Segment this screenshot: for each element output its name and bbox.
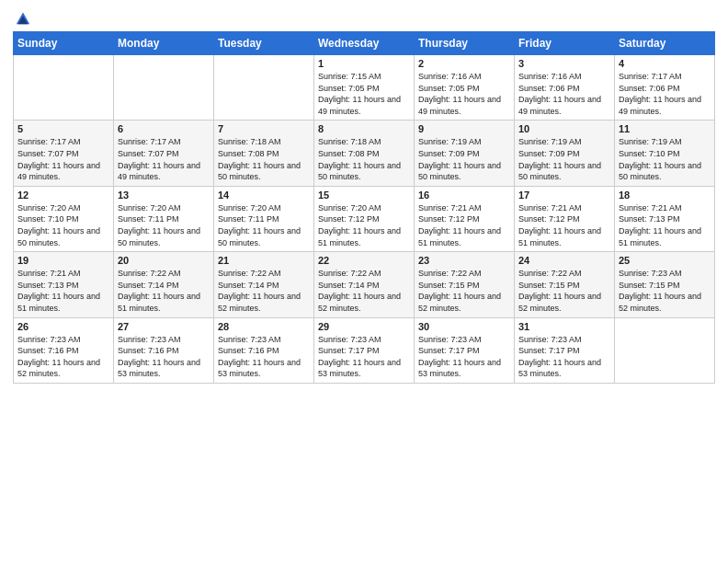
day-info: Sunrise: 7:15 AMSunset: 7:05 PMDaylight:… [318,71,410,117]
day-number: 2 [418,58,510,69]
day-info: Sunrise: 7:22 AMSunset: 7:14 PMDaylight:… [218,268,310,314]
header [13,9,715,26]
day-cell: 7Sunrise: 7:18 AMSunset: 7:08 PMDaylight… [214,121,314,186]
day-info: Sunrise: 7:20 AMSunset: 7:10 PMDaylight:… [17,202,109,248]
day-number: 9 [418,123,510,134]
day-info: Sunrise: 7:22 AMSunset: 7:14 PMDaylight:… [118,268,210,314]
day-info: Sunrise: 7:16 AMSunset: 7:05 PMDaylight:… [418,71,510,117]
day-number: 8 [318,123,410,134]
day-number: 29 [318,321,410,332]
logo-icon [15,9,31,26]
day-cell: 21Sunrise: 7:22 AMSunset: 7:14 PMDayligh… [214,252,314,317]
day-cell: 19Sunrise: 7:21 AMSunset: 7:13 PMDayligh… [14,252,114,317]
day-number: 26 [17,321,109,332]
day-info: Sunrise: 7:17 AMSunset: 7:07 PMDaylight:… [17,136,109,182]
day-info: Sunrise: 7:21 AMSunset: 7:13 PMDaylight:… [619,202,711,248]
day-cell: 10Sunrise: 7:19 AMSunset: 7:09 PMDayligh… [515,121,615,186]
day-cell: 1Sunrise: 7:15 AMSunset: 7:05 PMDaylight… [314,55,415,121]
day-number: 18 [619,190,711,201]
day-cell: 13Sunrise: 7:20 AMSunset: 7:11 PMDayligh… [114,186,214,251]
day-number: 13 [118,190,210,201]
calendar-header-friday: Friday [515,32,615,55]
calendar-header-saturday: Saturday [615,32,715,55]
day-info: Sunrise: 7:23 AMSunset: 7:17 PMDaylight:… [418,334,510,380]
page: SundayMondayTuesdayWednesdayThursdayFrid… [0,0,728,563]
day-number: 22 [318,255,410,266]
day-info: Sunrise: 7:21 AMSunset: 7:12 PMDaylight:… [418,202,510,248]
day-cell: 12Sunrise: 7:20 AMSunset: 7:10 PMDayligh… [14,186,114,251]
day-number: 5 [17,123,109,134]
day-number: 20 [118,255,210,266]
day-number: 7 [218,123,310,134]
day-number: 23 [418,255,510,266]
day-info: Sunrise: 7:20 AMSunset: 7:11 PMDaylight:… [118,202,210,248]
day-info: Sunrise: 7:21 AMSunset: 7:12 PMDaylight:… [518,202,610,248]
day-cell: 28Sunrise: 7:23 AMSunset: 7:16 PMDayligh… [214,317,314,383]
day-info: Sunrise: 7:23 AMSunset: 7:16 PMDaylight:… [17,334,109,380]
day-number: 4 [619,58,711,69]
day-info: Sunrise: 7:19 AMSunset: 7:10 PMDaylight:… [619,136,711,182]
day-info: Sunrise: 7:19 AMSunset: 7:09 PMDaylight:… [418,136,510,182]
calendar: SundayMondayTuesdayWednesdayThursdayFrid… [13,31,715,384]
calendar-header-tuesday: Tuesday [214,32,314,55]
day-info: Sunrise: 7:23 AMSunset: 7:16 PMDaylight:… [218,334,310,380]
day-info: Sunrise: 7:20 AMSunset: 7:11 PMDaylight:… [218,202,310,248]
day-number: 17 [518,190,610,201]
day-cell: 11Sunrise: 7:19 AMSunset: 7:10 PMDayligh… [615,121,715,186]
day-cell: 5Sunrise: 7:17 AMSunset: 7:07 PMDaylight… [14,121,114,186]
day-cell: 24Sunrise: 7:22 AMSunset: 7:15 PMDayligh… [515,252,615,317]
day-number: 12 [17,190,109,201]
day-cell [14,55,114,121]
day-number: 16 [418,190,510,201]
day-cell: 25Sunrise: 7:23 AMSunset: 7:15 PMDayligh… [615,252,715,317]
calendar-header-wednesday: Wednesday [314,32,415,55]
day-info: Sunrise: 7:23 AMSunset: 7:17 PMDaylight:… [518,334,610,380]
day-number: 1 [318,58,410,69]
day-info: Sunrise: 7:16 AMSunset: 7:06 PMDaylight:… [518,71,610,117]
day-info: Sunrise: 7:22 AMSunset: 7:15 PMDaylight:… [518,268,610,314]
day-cell: 27Sunrise: 7:23 AMSunset: 7:16 PMDayligh… [114,317,214,383]
day-cell: 3Sunrise: 7:16 AMSunset: 7:06 PMDaylight… [515,55,615,121]
day-info: Sunrise: 7:17 AMSunset: 7:06 PMDaylight:… [619,71,711,117]
week-row-3: 12Sunrise: 7:20 AMSunset: 7:10 PMDayligh… [14,186,715,251]
day-number: 10 [518,123,610,134]
calendar-header-monday: Monday [114,32,214,55]
day-number: 21 [218,255,310,266]
calendar-header-row: SundayMondayTuesdayWednesdayThursdayFrid… [14,32,715,55]
day-info: Sunrise: 7:22 AMSunset: 7:15 PMDaylight:… [418,268,510,314]
day-cell: 18Sunrise: 7:21 AMSunset: 7:13 PMDayligh… [615,186,715,251]
day-number: 15 [318,190,410,201]
day-cell: 22Sunrise: 7:22 AMSunset: 7:14 PMDayligh… [314,252,415,317]
week-row-4: 19Sunrise: 7:21 AMSunset: 7:13 PMDayligh… [14,252,715,317]
day-info: Sunrise: 7:20 AMSunset: 7:12 PMDaylight:… [318,202,410,248]
day-cell: 23Sunrise: 7:22 AMSunset: 7:15 PMDayligh… [415,252,515,317]
day-cell: 2Sunrise: 7:16 AMSunset: 7:05 PMDaylight… [415,55,515,121]
day-info: Sunrise: 7:18 AMSunset: 7:08 PMDaylight:… [218,136,310,182]
day-info: Sunrise: 7:21 AMSunset: 7:13 PMDaylight:… [17,268,109,314]
week-row-5: 26Sunrise: 7:23 AMSunset: 7:16 PMDayligh… [14,317,715,383]
day-number: 24 [518,255,610,266]
day-cell: 17Sunrise: 7:21 AMSunset: 7:12 PMDayligh… [515,186,615,251]
day-cell: 30Sunrise: 7:23 AMSunset: 7:17 PMDayligh… [415,317,515,383]
day-info: Sunrise: 7:18 AMSunset: 7:08 PMDaylight:… [318,136,410,182]
day-number: 31 [518,321,610,332]
day-number: 19 [17,255,109,266]
logo [13,9,31,26]
day-cell: 29Sunrise: 7:23 AMSunset: 7:17 PMDayligh… [314,317,415,383]
day-number: 30 [418,321,510,332]
day-number: 11 [619,123,711,134]
day-cell [114,55,214,121]
week-row-2: 5Sunrise: 7:17 AMSunset: 7:07 PMDaylight… [14,121,715,186]
day-number: 25 [619,255,711,266]
week-row-1: 1Sunrise: 7:15 AMSunset: 7:05 PMDaylight… [14,55,715,121]
day-info: Sunrise: 7:23 AMSunset: 7:17 PMDaylight:… [318,334,410,380]
day-number: 28 [218,321,310,332]
day-info: Sunrise: 7:22 AMSunset: 7:14 PMDaylight:… [318,268,410,314]
day-cell: 31Sunrise: 7:23 AMSunset: 7:17 PMDayligh… [515,317,615,383]
day-cell: 8Sunrise: 7:18 AMSunset: 7:08 PMDaylight… [314,121,415,186]
day-info: Sunrise: 7:17 AMSunset: 7:07 PMDaylight:… [118,136,210,182]
day-info: Sunrise: 7:23 AMSunset: 7:16 PMDaylight:… [118,334,210,380]
calendar-header-sunday: Sunday [14,32,114,55]
day-cell: 20Sunrise: 7:22 AMSunset: 7:14 PMDayligh… [114,252,214,317]
day-cell [214,55,314,121]
